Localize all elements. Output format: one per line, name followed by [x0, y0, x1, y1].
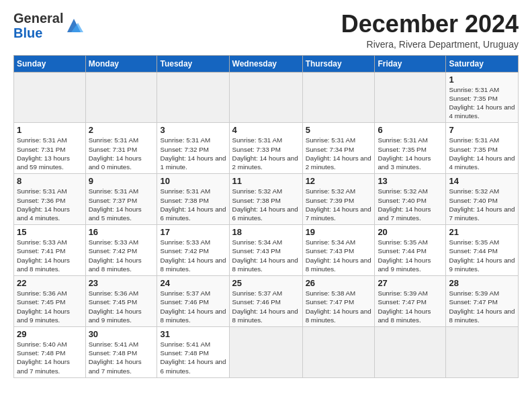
day-of-week-friday: Friday — [375, 55, 446, 72]
day-number: 25 — [232, 278, 300, 288]
calendar-cell: 13Sunrise: 5:32 AMSunset: 7:40 PMDayligh… — [375, 174, 446, 225]
logo-general-text: General — [13, 11, 63, 26]
day-info: Sunrise: 5:31 AMSunset: 7:37 PMDaylight:… — [89, 187, 154, 222]
calendar: SundayMondayTuesdayWednesdayThursdayFrid… — [13, 55, 519, 378]
calendar-cell: 22Sunrise: 5:36 AMSunset: 7:45 PMDayligh… — [14, 276, 86, 327]
day-number: 10 — [160, 176, 226, 186]
day-info: Sunrise: 5:31 AMSunset: 7:35 PMDaylight:… — [449, 136, 515, 171]
day-number: 8 — [17, 176, 83, 186]
calendar-cell — [85, 72, 157, 123]
day-info: Sunrise: 5:32 AMSunset: 7:39 PMDaylight:… — [306, 187, 372, 222]
day-info: Sunrise: 5:31 AMSunset: 7:36 PMDaylight:… — [17, 187, 83, 222]
day-info: Sunrise: 5:40 AMSunset: 7:48 PMDaylight:… — [17, 340, 83, 375]
calendar-cell: 27Sunrise: 5:39 AMSunset: 7:47 PMDayligh… — [375, 276, 446, 327]
day-number: 29 — [17, 329, 83, 339]
calendar-cell: 4Sunrise: 5:31 AMSunset: 7:33 PMDaylight… — [229, 123, 302, 174]
calendar-cell: 17Sunrise: 5:33 AMSunset: 7:42 PMDayligh… — [157, 225, 229, 276]
day-info: Sunrise: 5:32 AMSunset: 7:40 PMDaylight:… — [378, 187, 443, 222]
day-number: 6 — [378, 125, 443, 135]
day-info: Sunrise: 5:41 AMSunset: 7:48 PMDaylight:… — [89, 340, 154, 375]
calendar-cell — [229, 72, 302, 123]
calendar-cell — [302, 72, 375, 123]
day-info: Sunrise: 5:31 AMSunset: 7:31 PMDaylight:… — [89, 136, 154, 171]
day-info: Sunrise: 5:36 AMSunset: 7:45 PMDaylight:… — [89, 289, 154, 324]
day-number: 26 — [306, 278, 372, 288]
calendar-cell: 1Sunrise: 5:31 AMSunset: 7:35 PMDaylight… — [446, 72, 519, 123]
week-row-0: 1Sunrise: 5:31 AMSunset: 7:35 PMDaylight… — [14, 72, 519, 123]
day-number: 5 — [306, 125, 372, 135]
day-info: Sunrise: 5:31 AMSunset: 7:34 PMDaylight:… — [306, 136, 372, 171]
day-info: Sunrise: 5:34 AMSunset: 7:43 PMDaylight:… — [306, 238, 372, 273]
day-number: 28 — [449, 278, 515, 288]
logo-blue-text: Blue — [13, 26, 42, 40]
calendar-body: 1Sunrise: 5:31 AMSunset: 7:35 PMDaylight… — [14, 72, 519, 377]
logo-icon — [64, 16, 83, 35]
calendar-cell — [375, 326, 446, 377]
calendar-cell — [14, 72, 86, 123]
week-row-2: 8Sunrise: 5:31 AMSunset: 7:36 PMDaylight… — [14, 174, 519, 225]
page: General Blue December 2024 Rivera, River… — [0, 0, 532, 385]
day-number: 12 — [306, 176, 372, 186]
day-number: 7 — [449, 125, 515, 135]
day-number: 13 — [378, 176, 443, 186]
calendar-cell: 28Sunrise: 5:39 AMSunset: 7:47 PMDayligh… — [446, 276, 519, 327]
calendar-cell — [302, 326, 375, 377]
day-number: 4 — [232, 125, 300, 135]
day-info: Sunrise: 5:34 AMSunset: 7:43 PMDaylight:… — [232, 238, 300, 273]
week-row-5: 29Sunrise: 5:40 AMSunset: 7:48 PMDayligh… — [14, 326, 519, 377]
day-of-week-saturday: Saturday — [446, 55, 519, 72]
calendar-cell: 16Sunrise: 5:33 AMSunset: 7:42 PMDayligh… — [85, 225, 157, 276]
day-number: 11 — [232, 176, 300, 186]
calendar-cell: 12Sunrise: 5:32 AMSunset: 7:39 PMDayligh… — [302, 174, 375, 225]
day-info: Sunrise: 5:39 AMSunset: 7:47 PMDaylight:… — [449, 289, 515, 324]
day-info: Sunrise: 5:37 AMSunset: 7:46 PMDaylight:… — [232, 289, 300, 324]
calendar-cell — [229, 326, 302, 377]
calendar-cell: 20Sunrise: 5:35 AMSunset: 7:44 PMDayligh… — [375, 225, 446, 276]
day-number: 31 — [160, 329, 226, 339]
day-info: Sunrise: 5:31 AMSunset: 7:33 PMDaylight:… — [232, 136, 300, 171]
calendar-cell: 18Sunrise: 5:34 AMSunset: 7:43 PMDayligh… — [229, 225, 302, 276]
calendar-cell: 6Sunrise: 5:31 AMSunset: 7:35 PMDaylight… — [375, 123, 446, 174]
calendar-cell: 29Sunrise: 5:40 AMSunset: 7:48 PMDayligh… — [14, 326, 86, 377]
calendar-cell: 14Sunrise: 5:32 AMSunset: 7:40 PMDayligh… — [446, 174, 519, 225]
calendar-cell: 25Sunrise: 5:37 AMSunset: 7:46 PMDayligh… — [229, 276, 302, 327]
calendar-cell: 30Sunrise: 5:41 AMSunset: 7:48 PMDayligh… — [85, 326, 157, 377]
day-info: Sunrise: 5:31 AMSunset: 7:38 PMDaylight:… — [160, 187, 226, 222]
day-number: 18 — [232, 227, 300, 237]
day-number: 23 — [89, 278, 154, 288]
day-number: 24 — [160, 278, 226, 288]
logo: General Blue — [13, 11, 83, 40]
day-number: 2 — [89, 125, 154, 135]
day-of-week-monday: Monday — [85, 55, 157, 72]
day-info: Sunrise: 5:31 AMSunset: 7:31 PMDaylight:… — [17, 136, 83, 171]
calendar-cell: 11Sunrise: 5:32 AMSunset: 7:38 PMDayligh… — [229, 174, 302, 225]
calendar-cell: 9Sunrise: 5:31 AMSunset: 7:37 PMDaylight… — [85, 174, 157, 225]
calendar-cell: 1Sunrise: 5:31 AMSunset: 7:31 PMDaylight… — [14, 123, 86, 174]
day-info: Sunrise: 5:39 AMSunset: 7:47 PMDaylight:… — [378, 289, 443, 324]
day-number: 9 — [89, 176, 154, 186]
day-number: 1 — [449, 75, 515, 85]
day-info: Sunrise: 5:35 AMSunset: 7:44 PMDaylight:… — [378, 238, 443, 273]
day-info: Sunrise: 5:31 AMSunset: 7:35 PMDaylight:… — [449, 85, 515, 121]
header: General Blue December 2024 Rivera, River… — [13, 11, 519, 50]
calendar-cell: 23Sunrise: 5:36 AMSunset: 7:45 PMDayligh… — [85, 276, 157, 327]
calendar-cell: 31Sunrise: 5:41 AMSunset: 7:48 PMDayligh… — [157, 326, 229, 377]
day-number: 21 — [449, 227, 515, 237]
calendar-cell: 21Sunrise: 5:35 AMSunset: 7:44 PMDayligh… — [446, 225, 519, 276]
day-number: 20 — [378, 227, 443, 237]
day-info: Sunrise: 5:41 AMSunset: 7:48 PMDaylight:… — [160, 340, 226, 375]
calendar-cell: 26Sunrise: 5:38 AMSunset: 7:47 PMDayligh… — [302, 276, 375, 327]
day-info: Sunrise: 5:32 AMSunset: 7:38 PMDaylight:… — [232, 187, 300, 222]
day-number: 27 — [378, 278, 443, 288]
day-info: Sunrise: 5:32 AMSunset: 7:40 PMDaylight:… — [449, 187, 515, 222]
calendar-cell: 19Sunrise: 5:34 AMSunset: 7:43 PMDayligh… — [302, 225, 375, 276]
day-info: Sunrise: 5:31 AMSunset: 7:35 PMDaylight:… — [378, 136, 443, 171]
calendar-cell: 8Sunrise: 5:31 AMSunset: 7:36 PMDaylight… — [14, 174, 86, 225]
day-of-week-wednesday: Wednesday — [229, 55, 302, 72]
month-title: December 2024 — [341, 11, 519, 38]
day-number: 16 — [89, 227, 154, 237]
calendar-cell: 24Sunrise: 5:37 AMSunset: 7:46 PMDayligh… — [157, 276, 229, 327]
location-subtitle: Rivera, Rivera Department, Uruguay — [341, 39, 519, 50]
calendar-cell — [375, 72, 446, 123]
title-block: December 2024 Rivera, Rivera Department,… — [341, 11, 519, 50]
